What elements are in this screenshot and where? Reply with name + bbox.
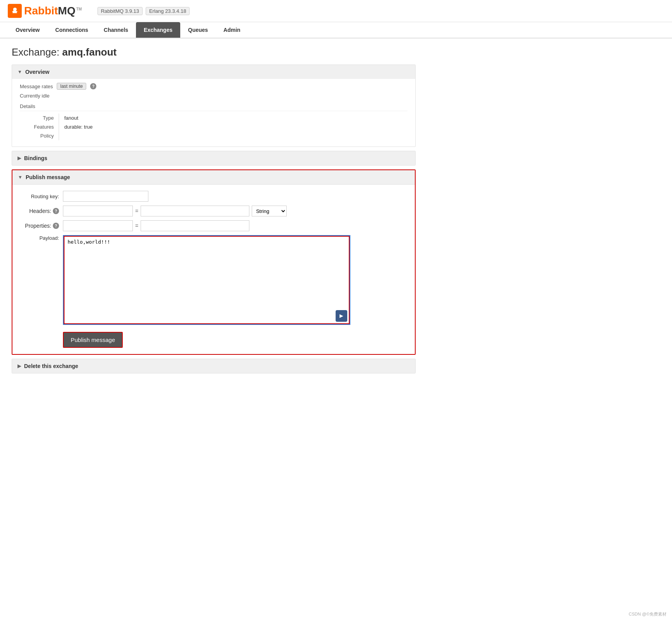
type-value: fanout <box>59 113 407 122</box>
nav-item-connections[interactable]: Connections <box>47 22 96 38</box>
message-rates-help-icon[interactable]: ? <box>90 83 96 89</box>
properties-key-input[interactable] <box>63 220 133 231</box>
logo-text: RabbitMQTM <box>24 5 82 17</box>
payload-row: Payload: hello,world!!! ► <box>20 235 407 325</box>
publish-section-header[interactable]: ▼ Publish message <box>12 170 415 185</box>
page-content: Exchange: amq.fanout ▼ Overview Message … <box>0 38 427 385</box>
page-title-prefix: Exchange: <box>12 46 62 58</box>
last-minute-badge: last minute <box>57 83 86 90</box>
delete-arrow-icon: ▶ <box>17 363 21 369</box>
bindings-section: ▶ Bindings <box>12 151 416 166</box>
publish-section-body: Routing key: Headers: ? = String Number … <box>12 185 415 354</box>
headers-equals: = <box>135 208 138 214</box>
policy-value <box>59 131 407 140</box>
publish-heading: Publish message <box>26 174 70 180</box>
type-label: Type <box>20 113 59 122</box>
nav-item-channels[interactable]: Channels <box>96 22 136 38</box>
headers-value-input[interactable] <box>141 206 249 216</box>
message-rates-row: Message rates last minute ? <box>20 83 407 90</box>
details-table: Type fanout Features durable: true Polic… <box>20 113 407 140</box>
nav-link-overview[interactable]: Overview <box>8 22 47 38</box>
overview-section-header[interactable]: ▼ Overview <box>12 65 415 79</box>
message-rates-label: Message rates <box>20 84 53 89</box>
payload-wrapper: hello,world!!! ► <box>63 235 350 325</box>
properties-label: Properties: <box>25 223 51 229</box>
payload-submit-icon[interactable]: ► <box>336 310 347 322</box>
rabbit-svg <box>11 7 19 15</box>
routing-key-label: Routing key: <box>20 194 63 199</box>
overview-arrow-icon: ▼ <box>17 69 22 75</box>
publish-arrow-icon: ▼ <box>18 174 23 180</box>
routing-key-input[interactable] <box>63 191 148 202</box>
nav-item-queues[interactable]: Queues <box>180 22 216 38</box>
nav-link-exchanges[interactable]: Exchanges <box>136 22 180 38</box>
logo-rabbit: Rabbit <box>24 5 58 17</box>
bindings-arrow-icon: ▶ <box>17 155 21 161</box>
erlang-version-badge: Erlang 23.3.4.18 <box>146 7 190 15</box>
payload-inner-border: hello,world!!! <box>64 236 350 324</box>
headers-label-group: Headers: ? <box>20 208 63 214</box>
nav-item-admin[interactable]: Admin <box>216 22 248 38</box>
nav-item-exchanges[interactable]: Exchanges <box>136 22 180 38</box>
headers-label: Headers: <box>29 208 51 214</box>
version-badges: RabbitMQ 3.9.13 Erlang 23.3.4.18 <box>97 7 190 15</box>
overview-heading: Overview <box>25 69 49 75</box>
payload-label: Payload: <box>20 235 63 241</box>
headers-type-select[interactable]: String Number Boolean <box>252 206 287 216</box>
header: RabbitMQTM RabbitMQ 3.9.13 Erlang 23.3.4… <box>0 0 672 22</box>
logo: RabbitMQTM <box>8 4 82 18</box>
features-value: durable: true <box>59 122 407 131</box>
delete-section-header[interactable]: ▶ Delete this exchange <box>12 359 415 373</box>
properties-row: Properties: ? = <box>20 220 407 231</box>
exchange-name: amq.fanout <box>62 46 117 58</box>
features-label: Features <box>20 122 59 131</box>
properties-label-group: Properties: ? <box>20 223 63 229</box>
overview-section: ▼ Overview Message rates last minute ? C… <box>12 65 416 147</box>
main-nav: Overview Connections Channels Exchanges … <box>0 22 672 38</box>
bindings-section-header[interactable]: ▶ Bindings <box>12 151 415 165</box>
headers-row: Headers: ? = String Number Boolean <box>20 206 407 216</box>
policy-label: Policy <box>20 131 59 140</box>
rabbitmq-version-badge: RabbitMQ 3.9.13 <box>97 7 143 15</box>
idle-text: Currently idle <box>20 93 407 99</box>
nav-link-channels[interactable]: Channels <box>96 22 136 38</box>
properties-value-input[interactable] <box>141 220 249 231</box>
details-row-policy: Policy <box>20 131 407 140</box>
details-row-features: Features durable: true <box>20 122 407 131</box>
properties-inputs: = <box>63 220 249 231</box>
logo-tm: TM <box>76 7 82 11</box>
delete-heading: Delete this exchange <box>24 363 78 369</box>
publish-message-button[interactable]: Publish message <box>63 332 123 348</box>
headers-inputs: = String Number Boolean <box>63 206 287 216</box>
details-row-type: Type fanout <box>20 113 407 122</box>
nav-item-overview[interactable]: Overview <box>8 22 47 38</box>
logo-icon <box>8 4 22 18</box>
overview-body: Message rates last minute ? Currently id… <box>12 79 415 147</box>
payload-textarea[interactable]: hello,world!!! <box>64 237 349 322</box>
nav-link-admin[interactable]: Admin <box>216 22 248 38</box>
page-title: Exchange: amq.fanout <box>12 46 416 58</box>
delete-section: ▶ Delete this exchange <box>12 359 416 373</box>
properties-help-icon[interactable]: ? <box>53 223 59 229</box>
nav-link-queues[interactable]: Queues <box>180 22 216 38</box>
details-label: Details <box>20 103 407 111</box>
logo-mq: MQ <box>58 5 75 17</box>
properties-equals: = <box>135 223 138 229</box>
publish-message-section: ▼ Publish message Routing key: Headers: … <box>12 169 416 355</box>
routing-key-row: Routing key: <box>20 191 407 202</box>
headers-help-icon[interactable]: ? <box>53 208 59 214</box>
nav-link-connections[interactable]: Connections <box>47 22 96 38</box>
bindings-heading: Bindings <box>24 155 47 161</box>
headers-key-input[interactable] <box>63 206 133 216</box>
